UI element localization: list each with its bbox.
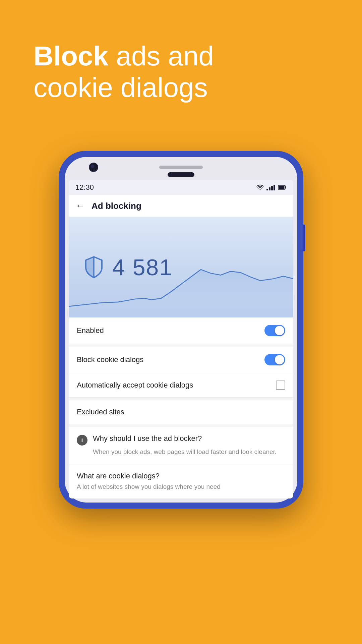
toggle-knob (275, 326, 284, 335)
status-time: 12:30 (75, 183, 94, 192)
phone-screen: 12:30 (69, 180, 293, 499)
excluded-sites-section[interactable]: Excluded sites (69, 398, 293, 424)
wifi-icon (256, 184, 264, 190)
faq-item-1-header: i Why should I use the ad blocker? (77, 434, 285, 446)
header-section: Block ads and cookie dialogs (34, 40, 328, 104)
enabled-toggle[interactable] (264, 325, 285, 336)
auto-accept-checkbox[interactable] (276, 380, 285, 390)
app-bar: ← Ad blocking (69, 195, 293, 217)
auto-accept-label: Automatically accept cookie dialogs (77, 381, 193, 390)
back-button[interactable]: ← (75, 200, 85, 211)
settings-section: Enabled Block cookie dialogs (69, 317, 293, 398)
toggle-knob-2 (275, 355, 284, 364)
status-icons (256, 184, 287, 190)
header-normal: ads and (108, 41, 214, 71)
block-cookie-setting-item: Block cookie dialogs (69, 344, 293, 373)
home-indicator (168, 172, 194, 177)
shield-icon (82, 255, 106, 279)
blocked-count: 4 581 (112, 254, 173, 280)
header-line2: cookie dialogs (34, 72, 208, 103)
svg-rect-2 (285, 186, 286, 188)
phone-device: 12:30 (59, 151, 303, 509)
svg-rect-1 (279, 186, 285, 189)
signal-icon (266, 184, 275, 190)
faq-q1-title: Why should I use the ad blocker? (93, 434, 202, 443)
faq-q2-title: What are cookie dialogs? (77, 472, 285, 480)
enabled-setting-item: Enabled (69, 317, 293, 344)
faq-item-1: i Why should I use the ad blocker? When … (69, 427, 293, 464)
faq-section: i Why should I use the ad blocker? When … (69, 424, 293, 499)
enabled-label: Enabled (77, 326, 104, 335)
faq-q2-body: A lot of websites show you dialogs where… (77, 482, 285, 491)
stats-content: 4 581 (69, 254, 186, 280)
status-bar: 12:30 (69, 180, 293, 195)
faq-item-2: What are cookie dialogs? A lot of websit… (69, 464, 293, 499)
faq-q1-body: When you block ads, web pages will load … (77, 448, 285, 457)
info-icon: i (77, 435, 87, 446)
page-title: Ad blocking (92, 201, 141, 211)
header-bold: Block (34, 41, 108, 71)
phone-inner-shell: 12:30 (65, 157, 297, 503)
battery-icon (278, 185, 287, 190)
phone-top-bar (69, 161, 293, 172)
front-camera (89, 163, 98, 172)
phone-outer-shell: 12:30 (59, 151, 303, 509)
side-button (303, 225, 305, 251)
auto-accept-setting-item: Automatically accept cookie dialogs (69, 373, 293, 398)
block-cookie-label: Block cookie dialogs (77, 355, 143, 364)
excluded-sites-label: Excluded sites (77, 408, 124, 416)
speaker-bar (159, 166, 203, 169)
stats-area: 4 581 (69, 217, 293, 317)
block-cookie-toggle[interactable] (264, 354, 285, 365)
